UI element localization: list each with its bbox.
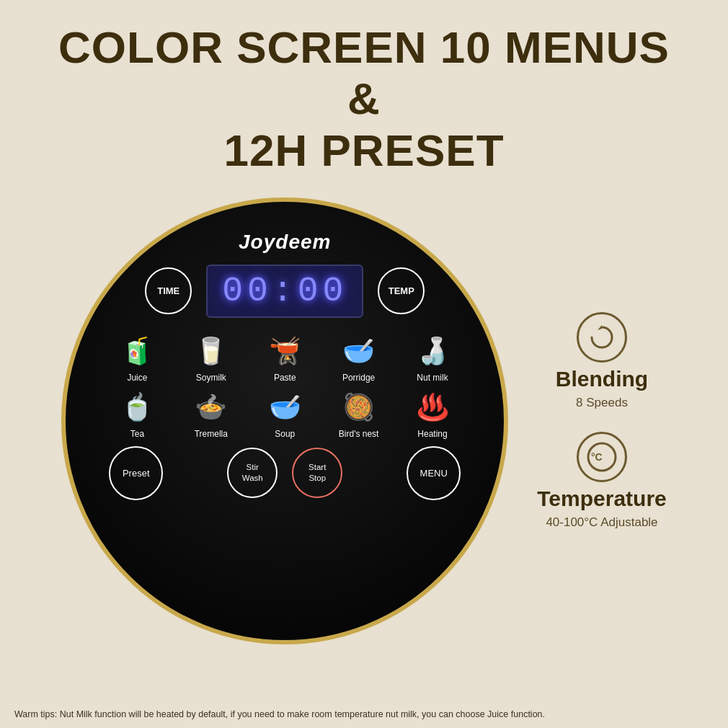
start-stop-button[interactable]: StartStop [292,448,342,498]
blending-title: Blending [556,367,648,391]
porridge-icon: 🥣 [338,332,380,370]
paste-icon: 🫕 [264,332,306,370]
tea-label: Tea [130,429,144,439]
blending-feature: Blending 8 Speeds [556,312,648,410]
temperature-feature: °C Temperature 40-100°C Adjustable [537,432,667,530]
menu-item-soymilk[interactable]: 🥛 Soymilk [176,332,247,383]
juice-icon: 🧃 [116,332,158,370]
header-section: COLOR SCREEN 10 MENUS & 12H PRESET [0,0,728,190]
display-row: TIME 00:00 TEMP [94,265,475,318]
menu-button[interactable]: MENU [407,446,461,500]
tea-icon: 🍵 [116,389,158,426]
right-panel: Blending 8 Speeds °C Temperature 40-100°… [537,312,667,530]
svg-marker-0 [598,325,602,330]
paste-label: Paste [274,373,296,383]
temperature-subtitle: 40-100°C Adjustable [546,515,657,530]
menu-item-tea[interactable]: 🍵 Tea [102,389,172,439]
nutmilk-icon: 🍶 [412,332,453,370]
time-button[interactable]: TIME [145,267,192,314]
menu-item-tremella[interactable]: 🍲 Tremella [176,389,247,439]
control-panel: Joydeem TIME 00:00 TEMP 🧃 Juice 🥛 Soymil… [61,197,508,644]
time-display: 00:00 [222,272,347,311]
blending-subtitle: 8 Speeds [576,396,628,410]
tremella-icon: 🍲 [190,389,232,426]
header-title: COLOR SCREEN 10 MENUS & 12H PRESET [43,22,685,176]
soymilk-label: Soymilk [196,373,226,383]
brand-name: Joydeem [239,231,331,254]
menu-item-birdsnest[interactable]: 🥘 Bird's nest [323,389,394,439]
svg-text:°C: °C [591,451,603,463]
stir-wash-button[interactable]: StirWash [227,448,278,498]
nutmilk-label: Nut milk [417,373,448,383]
juice-label: Juice [127,373,147,383]
birdsnest-label: Bird's nest [339,429,379,439]
tremella-label: Tremella [195,429,228,439]
menu-item-juice[interactable]: 🧃 Juice [102,332,172,383]
porridge-label: Porridge [342,373,375,383]
soymilk-icon: 🥛 [190,332,232,370]
menu-item-soup[interactable]: 🥣 Soup [249,389,320,439]
birdsnest-icon: 🥘 [338,389,380,426]
warm-tips: Warm tips: Nut Milk function will be hea… [14,709,714,719]
soup-icon: 🥣 [264,389,306,426]
blending-icon [577,312,627,363]
temp-button[interactable]: TEMP [378,267,425,314]
heating-icon: ♨️ [412,389,453,426]
menu-item-heating[interactable]: ♨️ Heating [397,389,468,439]
temperature-icon: °C [577,432,627,482]
preset-button[interactable]: Preset [109,446,163,500]
menu-grid: 🧃 Juice 🥛 Soymilk 🫕 Paste 🥣 Porridge 🍶 N… [94,332,475,439]
led-display: 00:00 [206,265,363,318]
menu-item-porridge[interactable]: 🥣 Porridge [323,332,394,383]
main-content: Joydeem TIME 00:00 TEMP 🧃 Juice 🥛 Soymil… [0,190,728,652]
soup-label: Soup [275,429,295,439]
heating-label: Heating [417,429,447,439]
bottom-controls: Preset StirWash StartStop MENU [94,439,475,500]
bottom-center-buttons: StirWash StartStop [227,448,342,498]
temperature-title: Temperature [537,487,667,511]
menu-item-paste[interactable]: 🫕 Paste [249,332,320,383]
menu-item-nutmilk[interactable]: 🍶 Nut milk [397,332,468,383]
